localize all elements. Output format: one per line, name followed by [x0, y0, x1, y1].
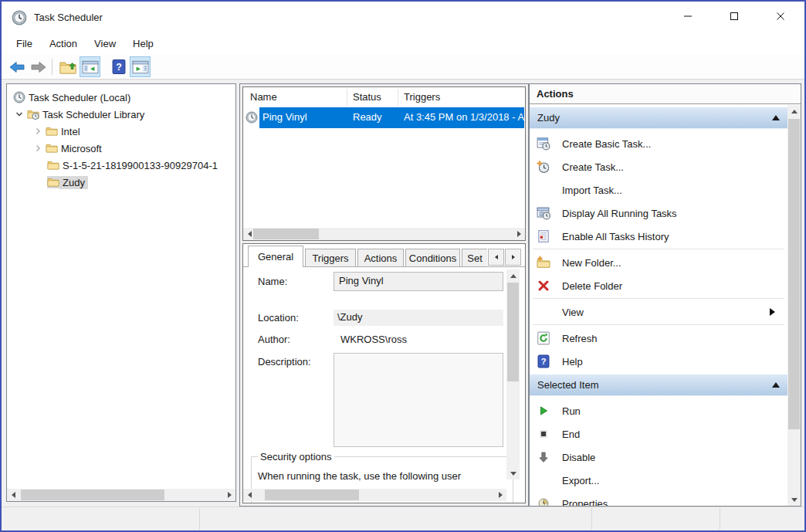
action-new-folder[interactable]: New Folder... — [530, 251, 786, 274]
tab-scroll-right-button[interactable] — [505, 249, 521, 266]
action-refresh[interactable]: Refresh — [530, 327, 786, 350]
new-folder-icon — [537, 256, 550, 269]
action-import-task[interactable]: Import Task... — [530, 178, 786, 202]
chevron-down-icon[interactable] — [13, 108, 25, 120]
results-pane-container: Name Status Triggers Ping Vinyl Ready At… — [239, 83, 529, 507]
display-running-tasks-icon — [537, 206, 550, 220]
action-create-task[interactable]: Create Task... — [530, 155, 786, 178]
properties-icon — [537, 496, 550, 507]
actions-separator — [533, 298, 784, 299]
create-task-icon — [537, 160, 550, 174]
tab-triggers[interactable]: Triggers — [305, 249, 356, 266]
status-bar-separator — [199, 508, 200, 530]
tree-item-microsoft[interactable]: Microsoft — [7, 140, 235, 157]
create-basic-task-icon — [537, 137, 550, 151]
column-separator[interactable] — [398, 89, 398, 106]
scroll-left-button[interactable] — [7, 489, 19, 501]
minimize-icon — [683, 12, 693, 21]
status-bar — [2, 507, 804, 530]
up-one-level-button[interactable] — [57, 56, 78, 77]
actions-vertical-scrollbar[interactable] — [787, 105, 801, 506]
collapse-arrow-icon[interactable] — [772, 115, 780, 120]
chevron-right-icon[interactable] — [32, 142, 44, 154]
tab-conditions[interactable]: Conditions — [405, 249, 460, 266]
up-one-level-icon — [59, 59, 76, 75]
title-bar: Task Scheduler — [2, 2, 804, 34]
column-header-triggers[interactable]: Triggers — [404, 87, 440, 107]
task-clock-icon — [246, 111, 258, 124]
tree-item-zudy[interactable]: Zudy — [7, 174, 235, 191]
action-disable[interactable]: Disable — [530, 446, 786, 469]
group-header-zudy[interactable]: Zudy — [530, 107, 787, 129]
scrollbar-thumb[interactable] — [21, 490, 164, 500]
scroll-down-button[interactable] — [506, 467, 520, 479]
maximize-icon — [730, 12, 739, 21]
action-export[interactable]: Export... — [530, 469, 786, 492]
scrollbar-thumb[interactable] — [265, 490, 359, 500]
scrollbar-thumb[interactable] — [507, 283, 519, 381]
action-help[interactable]: ? Help — [530, 350, 786, 373]
show-action-pane-button[interactable] — [130, 56, 151, 77]
column-header-name[interactable]: Name — [250, 87, 277, 107]
tab-scroll-left-button[interactable] — [488, 249, 504, 266]
scroll-right-button[interactable] — [513, 228, 525, 240]
tree-item-intel[interactable]: Intel — [7, 123, 235, 140]
list-horizontal-scrollbar[interactable] — [243, 228, 525, 240]
column-separator[interactable] — [347, 89, 347, 106]
tab-settings-truncated[interactable]: Set — [462, 249, 487, 266]
scrollbar-thumb[interactable] — [788, 119, 800, 429]
details-vertical-scrollbar[interactable] — [506, 269, 520, 479]
tree-item-sid-folder[interactable]: S-1-5-21-1819900133-90929704-1 — [7, 157, 235, 174]
help-toolbar-button[interactable]: ? — [108, 56, 129, 77]
minimize-button[interactable] — [670, 3, 706, 29]
scroll-right-button[interactable] — [494, 489, 506, 501]
group-header-selected-item[interactable]: Selected Item — [530, 374, 787, 396]
run-icon — [537, 404, 550, 418]
menu-view[interactable]: View — [86, 34, 124, 54]
tab-actions[interactable]: Actions — [357, 249, 404, 266]
scrollbar-thumb[interactable] — [253, 229, 319, 239]
forward-button[interactable] — [28, 56, 49, 77]
show-console-tree-button[interactable] — [80, 56, 100, 77]
task-list-panel: Name Status Triggers Ping Vinyl Ready At… — [242, 86, 526, 241]
security-options-text: When running the task, use the following… — [258, 466, 506, 482]
no-icon — [537, 473, 550, 487]
column-header-status[interactable]: Status — [353, 87, 381, 107]
scroll-right-button[interactable] — [223, 489, 235, 501]
details-horizontal-scrollbar[interactable] — [243, 489, 506, 501]
tree-horizontal-scrollbar[interactable] — [7, 489, 235, 501]
scroll-up-button[interactable] — [787, 105, 801, 117]
tab-general[interactable]: General — [248, 246, 303, 267]
description-textarea[interactable] — [334, 353, 503, 447]
menu-action[interactable]: Action — [41, 34, 86, 54]
task-row-ping-vinyl[interactable]: Ping Vinyl Ready At 3:45 PM on 1/3/2018 … — [243, 107, 525, 128]
collapse-arrow-icon[interactable] — [772, 382, 780, 388]
maximize-button[interactable] — [716, 3, 752, 29]
chevron-right-icon[interactable] — [32, 125, 44, 137]
scroll-left-button[interactable] — [243, 489, 256, 501]
action-create-basic-task[interactable]: Create Basic Task... — [530, 132, 786, 155]
delete-folder-icon — [537, 279, 550, 293]
scroll-down-button[interactable] — [787, 493, 801, 506]
action-properties[interactable]: Properties — [530, 492, 786, 507]
action-display-all-running-tasks[interactable]: Display All Running Tasks — [530, 202, 786, 225]
action-delete-folder[interactable]: Delete Folder — [530, 274, 786, 297]
action-enable-all-tasks-history[interactable]: Enable All Tasks History — [530, 225, 786, 248]
selected-row-highlight: Ping Vinyl Ready At 3:45 PM on 1/3/2018 … — [259, 107, 524, 128]
scroll-up-button[interactable] — [506, 269, 520, 282]
menu-help[interactable]: Help — [124, 34, 162, 54]
tree-item-task-scheduler-local[interactable]: Task Scheduler (Local) — [7, 89, 235, 106]
name-input[interactable]: Ping Vinyl — [334, 272, 503, 291]
tree-item-task-scheduler-library[interactable]: Task Scheduler Library — [7, 106, 235, 123]
action-run[interactable]: Run — [530, 399, 786, 422]
disable-icon — [537, 450, 550, 464]
window-title: Task Scheduler — [34, 2, 103, 34]
action-end[interactable]: End — [530, 422, 786, 446]
menu-file[interactable]: File — [8, 34, 41, 54]
folder-icon — [46, 125, 58, 137]
back-button[interactable] — [6, 56, 27, 77]
help-icon: ? — [112, 59, 126, 75]
action-view[interactable]: View — [530, 300, 786, 324]
task-name: Ping Vinyl — [262, 111, 307, 123]
close-button[interactable] — [763, 3, 798, 29]
